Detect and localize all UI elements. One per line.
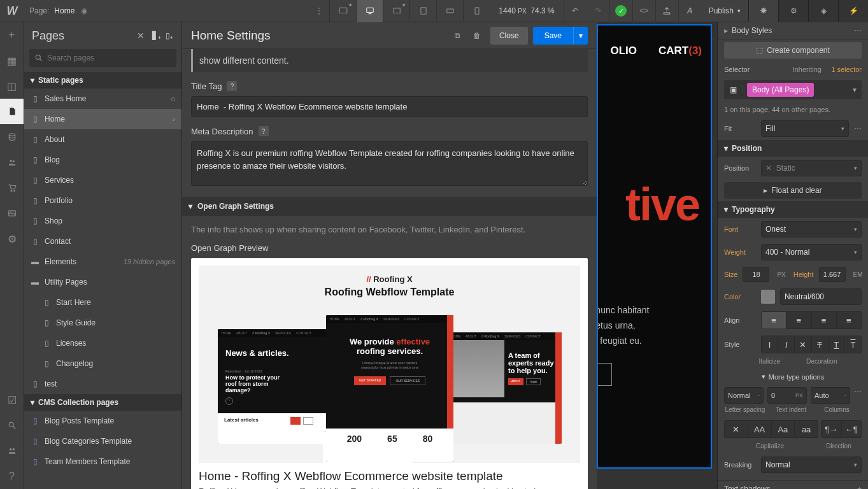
undo-icon[interactable]: ↶ (564, 0, 587, 22)
copy-icon[interactable]: ⧉ (448, 26, 467, 45)
page-utility[interactable]: ▬Utility Pages (24, 272, 181, 292)
cms-pages-header[interactable]: ▾CMS Collection pages (24, 394, 181, 411)
assets-icon[interactable] (0, 201, 24, 226)
ecommerce-icon[interactable] (0, 175, 24, 201)
status-check-icon[interactable]: ✓ (609, 0, 632, 22)
close-button[interactable]: Close (490, 27, 528, 45)
breakpoint-mobile-landscape[interactable] (436, 0, 463, 22)
page-start-here[interactable]: ▯Start Here (24, 292, 181, 313)
deco-none[interactable]: ✕ (795, 336, 811, 353)
page-blog-categories-template[interactable]: ▯Blog Categories Template (24, 431, 181, 451)
page-shop[interactable]: ▯Shop (24, 211, 181, 231)
page-portfolio[interactable]: ▯Portfolio (24, 190, 181, 211)
dir-rtl[interactable]: ←¶ (842, 420, 862, 438)
nav-cart[interactable]: CART(3) (658, 45, 702, 57)
close-panel-icon[interactable]: ✕ (133, 31, 148, 41)
selector-field[interactable]: ▣ Body (All Pages) ▾ (724, 80, 862, 99)
page-licenses[interactable]: ▯Licenses (24, 333, 181, 353)
save-dropdown[interactable]: ▾ (573, 27, 588, 45)
style-italic[interactable]: I (778, 336, 795, 353)
page-elements[interactable]: ▬Elements19 hidden pages (24, 252, 181, 272)
add-element-icon[interactable]: + (0, 22, 24, 48)
position-section[interactable]: ▾Position (718, 140, 868, 157)
cap-lower[interactable]: aa (795, 420, 818, 438)
static-pages-header[interactable]: ▾Static pages (24, 72, 181, 89)
delete-icon[interactable]: 🗑 (467, 26, 487, 45)
create-component-button[interactable]: ⬚Create component (724, 42, 862, 59)
audit-icon[interactable]: ☑ (0, 387, 24, 413)
style-regular[interactable]: I (761, 336, 778, 353)
effects-tab-icon[interactable]: ⚡ (838, 0, 868, 22)
components-icon[interactable]: ◫ (0, 73, 24, 99)
more-menu-icon[interactable]: ⋮ (309, 6, 329, 15)
preview-icon[interactable]: ◉ (75, 6, 94, 15)
typography-section[interactable]: ▾Typography (718, 201, 868, 218)
breakpoint-mobile[interactable] (463, 0, 490, 22)
breaking-select[interactable]: Normal▾ (761, 457, 862, 473)
canvas[interactable]: OLIOCART(3) tive net nunc habitantn metu… (597, 24, 712, 469)
page-style-guide[interactable]: ▯Style Guide (24, 313, 181, 333)
text-indent-input[interactable]: 0PX (767, 387, 807, 404)
search-icon[interactable] (0, 413, 24, 438)
webflow-logo[interactable]: W (0, 0, 24, 22)
page-name-dropdown[interactable]: Home (54, 6, 75, 15)
float-clear-button[interactable]: ▸Float and clear (724, 182, 862, 199)
meta-desc-input[interactable] (191, 141, 588, 186)
selector-dropdown-icon[interactable]: ▾ (848, 85, 862, 94)
cap-upper[interactable]: AA (748, 420, 772, 438)
page-about[interactable]: ▯About (24, 129, 181, 150)
cap-title[interactable]: Aa (772, 420, 795, 438)
cms-icon[interactable] (0, 124, 24, 150)
page-blog[interactable]: ▯Blog (24, 150, 181, 170)
deco-overline[interactable]: T (845, 336, 862, 353)
page-blog-posts-template[interactable]: ▯Blog Posts Template (24, 411, 181, 431)
columns-input[interactable]: Auto- (811, 387, 850, 404)
more-type-options[interactable]: ▾More type options (718, 369, 868, 385)
font-select[interactable]: Onest▾ (761, 221, 862, 237)
style-tab-icon[interactable] (748, 0, 778, 22)
inheriting-link[interactable]: 1 selector (831, 66, 862, 73)
page-changelog[interactable]: ▯Changelog (24, 353, 181, 374)
line-height-input[interactable] (819, 267, 846, 282)
video-icon[interactable] (0, 438, 24, 464)
align-justify[interactable]: ≡ (837, 311, 862, 329)
color-select[interactable]: Neutral/600 (780, 288, 862, 305)
breakpoint-desktop[interactable] (356, 0, 383, 22)
more-icon[interactable]: ⋯ (854, 26, 862, 35)
fit-select[interactable]: Fill▾ (761, 120, 849, 137)
users-icon[interactable] (0, 150, 24, 175)
page-team-members-template[interactable]: ▯Team Members Template (24, 451, 181, 472)
align-right[interactable]: ≡ (812, 311, 837, 329)
help-icon[interactable]: ? (259, 126, 269, 136)
canvas-dimensions[interactable]: 1440 PX 74.3 % (490, 6, 563, 15)
title-tag-input[interactable] (191, 96, 588, 117)
weight-select[interactable]: 400 - Normal▾ (761, 244, 862, 260)
audit-icon[interactable]: A (678, 0, 701, 22)
page-services[interactable]: ▯Services (24, 170, 181, 190)
color-swatch[interactable] (761, 290, 775, 304)
cap-none[interactable]: ✕ (724, 420, 748, 438)
page-home[interactable]: ▯Home› (24, 109, 181, 129)
export-icon[interactable] (655, 0, 678, 22)
help-icon[interactable]: ? (0, 464, 24, 489)
body-styles-header[interactable]: Body Styles (732, 26, 850, 35)
page-contact[interactable]: ▯Contact (24, 231, 181, 252)
letter-spacing-input[interactable]: Normal- (724, 387, 764, 404)
align-center[interactable]: ≡ (786, 311, 811, 329)
position-select[interactable]: ✕ Static▾ (761, 160, 862, 176)
nav-portfolio[interactable]: OLIO (610, 45, 637, 57)
breakpoint-tablet-wide[interactable]: ★ (383, 0, 409, 22)
add-shadow-icon[interactable]: + (857, 485, 862, 489)
page-sales-home[interactable]: ▯Sales Home⌂ (24, 89, 181, 109)
breakpoint-xl[interactable]: ★ (329, 0, 356, 22)
code-icon[interactable]: <> (632, 0, 655, 22)
search-pages-input[interactable] (47, 53, 171, 62)
page-test[interactable]: ▯test (24, 374, 181, 394)
settings-tab-icon[interactable]: ⚙ (778, 0, 808, 22)
selector-tag[interactable]: Body (All Pages) (747, 83, 814, 97)
settings-icon[interactable]: ⚙ (0, 226, 24, 252)
size-input[interactable] (743, 267, 769, 282)
align-left[interactable]: ≡ (761, 311, 786, 329)
dir-ltr[interactable]: ¶→ (821, 420, 842, 438)
deco-strike[interactable]: T (812, 336, 829, 353)
